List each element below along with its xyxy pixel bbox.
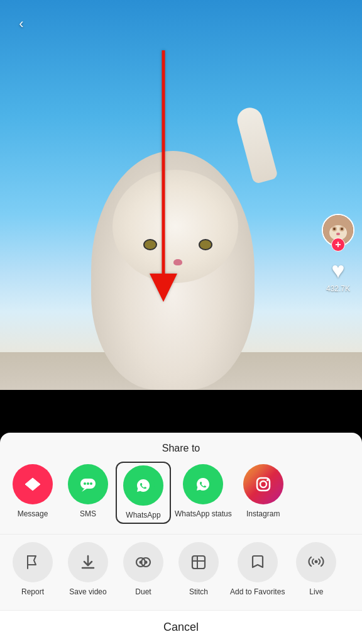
sms-label: SMS	[80, 509, 96, 519]
svg-marker-15	[82, 489, 87, 492]
svg-point-14	[90, 482, 92, 485]
instagram-icon-circle	[243, 464, 283, 504]
whatsapp-status-label: WhatsApp status	[175, 509, 232, 519]
action-report[interactable]: Report	[5, 540, 60, 600]
message-label: Message	[18, 509, 48, 519]
right-actions: + ♥ 432.7K	[322, 214, 354, 293]
report-label: Report	[21, 587, 44, 597]
cancel-button[interactable]: Cancel	[0, 610, 362, 644]
stitch-label: Stitch	[189, 587, 208, 597]
cat-face	[115, 220, 241, 296]
instagram-label: Instagram	[246, 509, 280, 519]
share-message[interactable]: Message	[5, 462, 60, 522]
cat-body	[91, 151, 255, 390]
like-button[interactable]: ♥ 432.7K	[326, 259, 350, 293]
stitch-icon-circle	[178, 542, 219, 582]
svg-point-19	[260, 481, 266, 487]
action-add-favorites[interactable]: Add to Favorites	[226, 540, 288, 600]
back-icon: ‹	[19, 16, 23, 32]
svg-point-7	[341, 228, 343, 230]
action-live[interactable]: Live	[288, 540, 344, 600]
svg-point-13	[87, 482, 89, 485]
action-stitch[interactable]: Stitch	[171, 540, 226, 600]
svg-point-20	[266, 479, 268, 481]
like-count: 432.7K	[326, 284, 350, 293]
whatsapp-icon-circle	[123, 465, 163, 506]
share-title: Share to	[0, 433, 362, 462]
svg-point-27	[145, 561, 148, 564]
heart-icon: ♥	[331, 259, 344, 282]
whatsapp-status-icon-circle	[183, 464, 223, 504]
action-save-video[interactable]: Save video	[60, 540, 116, 600]
share-sheet: Share to Message	[0, 433, 362, 644]
duet-label: Duet	[135, 587, 151, 597]
cat-image	[80, 126, 282, 390]
action-duet[interactable]: Duet	[116, 540, 171, 600]
message-icon-circle	[13, 464, 53, 504]
back-button[interactable]: ‹	[10, 13, 33, 35]
add-favorites-icon-circle	[238, 542, 278, 582]
share-whatsapp[interactable]: WhatsApp	[116, 462, 171, 525]
action-row: Report Save video	[0, 534, 362, 610]
save-video-icon-circle	[68, 542, 108, 582]
duet-icon-circle	[123, 542, 163, 582]
save-video-label: Save video	[69, 587, 106, 597]
live-label: Live	[309, 587, 323, 597]
video-background: ‹ + ♥ 432.7K	[0, 0, 362, 390]
share-row: Message SMS Wha	[0, 462, 362, 535]
cat-nose	[173, 259, 182, 265]
share-instagram[interactable]: Instagram	[236, 462, 291, 522]
cat-head	[112, 170, 238, 283]
add-favorites-label: Add to Favorites	[230, 587, 285, 597]
svg-point-12	[84, 482, 86, 485]
svg-point-8	[336, 233, 340, 235]
whatsapp-label: WhatsApp	[126, 511, 160, 521]
creator-avatar[interactable]: +	[322, 214, 354, 247]
live-icon-circle	[296, 542, 336, 582]
sms-icon-circle	[68, 464, 108, 504]
svg-point-6	[333, 228, 336, 230]
report-icon-circle	[13, 542, 53, 582]
svg-point-32	[315, 560, 318, 564]
share-sms[interactable]: SMS	[60, 462, 116, 522]
cat-eye-left	[143, 239, 157, 250]
cat-eye-right	[199, 239, 212, 250]
svg-point-26	[140, 561, 143, 564]
svg-rect-31	[192, 556, 197, 561]
share-whatsapp-status[interactable]: WhatsApp status	[171, 462, 236, 522]
follow-button[interactable]: +	[331, 238, 345, 252]
